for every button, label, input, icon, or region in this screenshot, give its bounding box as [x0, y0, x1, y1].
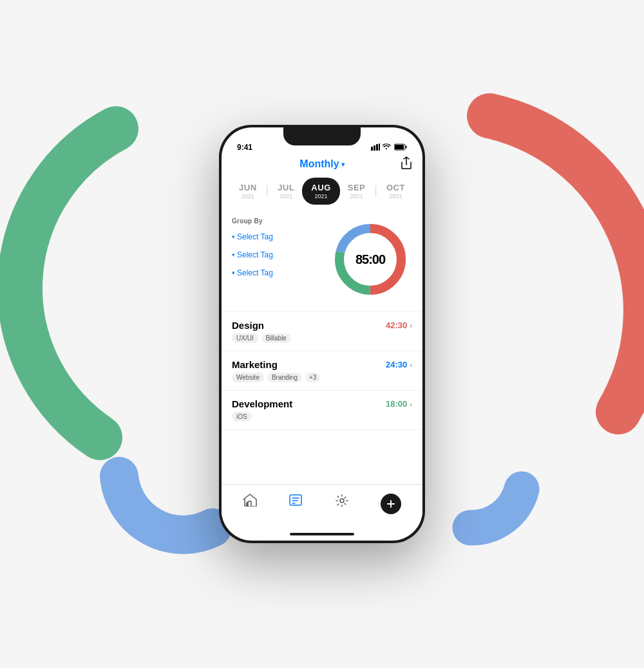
month-selector: JUN 2021 | JUL 2021 AUG 2021 | SEP 2021 … [222, 175, 422, 212]
select-tag-label-3: Select Tag [237, 268, 273, 277]
month-aug[interactable]: AUG 2021 [302, 178, 339, 205]
list-item-design-header: Design 42:30 › [232, 320, 412, 331]
month-oct[interactable]: OCT 2021 [379, 179, 413, 203]
month-divider-1: | [266, 183, 269, 199]
donut-total: 85:00 [355, 252, 385, 267]
list-item-design[interactable]: Design 42:30 › UX/UI Billable [222, 312, 422, 351]
select-tag-1[interactable]: ▾ Select Tag [232, 228, 321, 245]
development-chevron: › [410, 400, 412, 408]
period-chevron: ▾ [341, 161, 345, 168]
list-item-development-header: Development 18:00 › [232, 398, 412, 409]
wifi-icon [383, 144, 392, 152]
svg-rect-6 [406, 146, 407, 149]
signal-icon [371, 144, 380, 152]
tag-website: Website [232, 373, 264, 382]
design-chevron: › [410, 322, 412, 329]
group-by-label: Group By [232, 218, 321, 225]
select-tag-2[interactable]: ▾ Select Tag [232, 246, 321, 263]
phone-frame: 9:41 Monthly ▾ [219, 125, 425, 543]
svg-rect-2 [376, 144, 378, 151]
period-label: Monthly [299, 158, 339, 170]
select-tag-3[interactable]: ▾ Select Tag [232, 264, 321, 281]
svg-rect-0 [371, 147, 373, 151]
tag-chevron-1: ▾ [232, 234, 235, 240]
month-jun[interactable]: JUN 2021 [231, 179, 265, 203]
design-time: 42:30 [386, 320, 407, 330]
marketing-title: Marketing [232, 359, 278, 370]
reports-icon [289, 494, 303, 510]
marketing-time: 24:30 [386, 360, 407, 369]
svg-rect-1 [374, 145, 375, 151]
svg-point-15 [340, 499, 344, 503]
development-tags: iOS [232, 412, 412, 422]
group-by-panel: Group By ▾ Select Tag ▾ Select Tag ▾ Sel… [232, 218, 321, 301]
design-time-row: 42:30 › [386, 320, 412, 330]
month-divider-3: | [374, 183, 377, 199]
tag-uxui: UX/UI [232, 333, 258, 343]
tag-branding: Branding [267, 373, 302, 382]
nav-settings[interactable] [327, 491, 357, 514]
notch [283, 127, 361, 145]
svg-rect-11 [290, 495, 301, 505]
list-item-development[interactable]: Development 18:00 › iOS [222, 391, 422, 430]
development-title: Development [232, 398, 292, 409]
marketing-chevron: › [410, 361, 412, 369]
period-selector[interactable]: Monthly ▾ [299, 158, 344, 170]
phone-body: 9:41 Monthly ▾ [219, 125, 425, 543]
status-icons [371, 144, 407, 152]
tag-chevron-3: ▾ [232, 270, 235, 276]
month-sep[interactable]: SEP 2021 [340, 179, 374, 203]
bottom-nav [222, 484, 422, 528]
development-time-row: 18:00 › [386, 399, 412, 409]
svg-rect-5 [395, 145, 404, 149]
tag-ios: iOS [232, 412, 252, 422]
donut-chart: 85:00 [328, 218, 412, 301]
status-time: 9:41 [237, 143, 252, 152]
tag-more-marketing: +3 [305, 373, 320, 382]
items-list: Design 42:30 › UX/UI Billable Marketin [222, 312, 422, 484]
tag-billable: Billable [261, 333, 291, 343]
home-bar [290, 533, 354, 535]
list-item-marketing-header: Marketing 24:30 › [232, 359, 412, 370]
select-tag-label-2: Select Tag [237, 250, 273, 259]
design-title: Design [232, 320, 264, 331]
share-button[interactable] [401, 156, 412, 172]
nav-reports[interactable] [281, 491, 310, 512]
chart-section: Group By ▾ Select Tag ▾ Select Tag ▾ Sel… [222, 212, 422, 312]
add-icon [381, 494, 401, 514]
home-icon [243, 494, 257, 510]
svg-rect-3 [379, 144, 380, 151]
marketing-time-row: 24:30 › [386, 360, 412, 369]
list-item-marketing[interactable]: Marketing 24:30 › Website Branding +3 [222, 351, 422, 391]
tag-chevron-2: ▾ [232, 252, 235, 258]
battery-icon [394, 144, 407, 152]
month-jul[interactable]: JUL 2021 [270, 179, 302, 203]
settings-icon [335, 494, 349, 511]
home-indicator [222, 528, 422, 541]
app-header: Monthly ▾ [222, 156, 422, 175]
nav-add[interactable] [373, 491, 409, 517]
select-tag-label-1: Select Tag [237, 232, 273, 241]
design-tags: UX/UI Billable [232, 333, 412, 343]
phone-screen: 9:41 Monthly ▾ [222, 127, 422, 541]
marketing-tags: Website Branding +3 [232, 373, 412, 382]
nav-home[interactable] [235, 491, 265, 512]
development-time: 18:00 [386, 399, 407, 409]
